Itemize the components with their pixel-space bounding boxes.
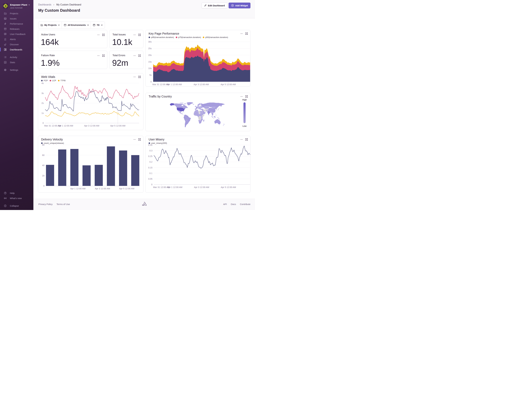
svg-text:Apr 5 12:00 AM: Apr 5 12:00 AM — [221, 83, 236, 86]
sidebar-item-releases[interactable]: Releases — [0, 26, 33, 31]
terms-of-use-link[interactable]: Terms of Use — [56, 203, 70, 205]
widget-expand-button[interactable] — [138, 54, 141, 57]
widget-expand-button[interactable] — [102, 54, 105, 57]
country-greenland[interactable] — [186, 102, 193, 105]
key_page_performance-chart[interactable]: 05s10s15s20s25s30sMar 31 12:00 AMApr 1 1… — [146, 30, 251, 87]
svg-text:80: 80 — [42, 144, 44, 146]
breadcrumb: Dashboards My Custom Dashboard — [38, 3, 81, 6]
map-legend-high: High — [242, 98, 247, 101]
svg-text:0.15: 0.15 — [148, 166, 152, 169]
sidebar-item-help[interactable]: Help — [0, 190, 33, 195]
sidebar-item-settings[interactable]: Settings — [0, 67, 33, 72]
widget-title: Total Issues — [112, 33, 126, 36]
country-alaska[interactable] — [170, 103, 174, 106]
settings-icon — [4, 69, 7, 71]
sidebar-item-whats-new[interactable]: What's new — [0, 195, 33, 201]
country-tasmania[interactable] — [219, 125, 220, 125]
sidebar-item-issues[interactable]: Issues — [0, 16, 33, 21]
add-widget-button[interactable]: Add Widget — [229, 3, 251, 8]
svg-text:0.3: 0.3 — [149, 150, 153, 152]
sidebar-item-projects[interactable]: Projects — [0, 11, 33, 16]
svg-text:0: 0 — [151, 183, 152, 186]
delivery_velocity-chart[interactable]: 020406080Apr 1 12:00 AMApr 3 12:00 AMApr… — [38, 136, 144, 193]
widget-menu-button[interactable] — [133, 34, 136, 36]
edit-dashboard-label: Edit Dashboard — [208, 4, 225, 7]
org-avatar — [3, 3, 8, 8]
sidebar-item-performance[interactable]: Performance — [0, 21, 33, 26]
svg-text:25s: 25s — [148, 47, 152, 50]
country-cuba_carib[interactable] — [183, 112, 185, 113]
edit-dashboard-button[interactable]: Edit Dashboard — [202, 3, 227, 8]
sidebar-item-collapse[interactable]: Collapse — [0, 203, 33, 208]
calendar-icon — [93, 24, 95, 26]
sidebar-item-label: Issues — [10, 17, 16, 20]
sidebar-nav-footer: Help What's new Collapse — [0, 190, 33, 208]
sidebar: Empower Plant Jane Schmidt Projects Issu… — [0, 0, 33, 210]
sidebar-item-discover[interactable]: Discover — [0, 42, 33, 47]
svg-text:Apr 3 12:00 AM: Apr 3 12:00 AM — [194, 83, 209, 86]
country-europe_uk[interactable] — [195, 106, 197, 107]
date-range-value: 7D — [97, 24, 100, 26]
sidebar-item-alerts[interactable]: Alerts — [0, 37, 33, 42]
sidebar-item-stats[interactable]: Stats — [0, 60, 33, 65]
country-australia[interactable] — [214, 119, 221, 124]
sidebar-item-label: Performance — [10, 22, 23, 25]
breadcrumb-dashboards-link[interactable]: Dashboards — [38, 3, 51, 6]
widget-web_vitals: Web Vitals FCPLCPTTFB 01s2s3s4sMar 31 12… — [38, 73, 143, 130]
environment-filter[interactable]: All Environments — [62, 22, 91, 28]
widget-active_users: Active Users 164k — [38, 30, 107, 48]
country-madagascar[interactable] — [203, 119, 204, 122]
docs-link[interactable]: Docs — [231, 203, 236, 205]
sidebar-item-dashboards[interactable]: Dashboards — [0, 47, 33, 52]
widget-expand-button[interactable] — [138, 34, 141, 36]
svg-text:Apr 3 12:00 AM: Apr 3 12:00 AM — [194, 186, 209, 188]
svg-text:0: 0 — [150, 81, 152, 83]
svg-text:Apr 5 12:00 AM: Apr 5 12:00 AM — [221, 186, 236, 188]
svg-text:0: 0 — [43, 185, 44, 187]
svg-text:1s: 1s — [41, 112, 44, 114]
api-link[interactable]: API — [223, 203, 227, 205]
dashboards-icon — [4, 48, 7, 51]
sidebar-nav-primary: Projects Issues Performance Releases Use — [0, 11, 33, 52]
issues-icon — [4, 17, 7, 20]
map-legend-low: Low — [243, 125, 247, 127]
sidebar-item-activity[interactable]: Activity — [0, 54, 33, 60]
svg-text:3s: 3s — [41, 92, 44, 94]
widget-menu-button[interactable] — [97, 54, 100, 57]
svg-text:Apr 5 12:00 AM: Apr 5 12:00 AM — [119, 187, 134, 190]
sidebar-item-label: Activity — [10, 56, 17, 59]
sidebar-item-user-feedback[interactable]: User Feedback — [0, 31, 33, 37]
country-iceland[interactable] — [193, 104, 194, 105]
country-newzealand[interactable] — [223, 124, 224, 126]
projects-icon — [41, 24, 43, 26]
country-japan[interactable] — [217, 108, 220, 111]
svg-text:10s: 10s — [148, 67, 152, 69]
window-icon — [64, 24, 66, 26]
svg-text:40: 40 — [42, 164, 44, 167]
org-switcher[interactable]: Empower Plant Jane Schmidt — [3, 3, 30, 9]
activity-icon — [4, 56, 7, 59]
project-filter[interactable]: My Projects — [38, 22, 62, 28]
widget-menu-button[interactable] — [133, 54, 136, 57]
svg-text:4s: 4s — [41, 82, 44, 84]
traffic_by_country-chart[interactable]: HighLow — [146, 93, 251, 131]
svg-text:0.2: 0.2 — [149, 161, 153, 163]
page-filter-bar: My Projects All Environments 7D — [38, 22, 105, 29]
user_misery-chart[interactable]: 00.050.10.150.20.250.30.35Mar 31 12:00 A… — [146, 136, 251, 193]
country-taiwan[interactable] — [215, 112, 215, 113]
whats-new-icon — [4, 197, 7, 200]
widget-key_page_performance: Key Page Performance p95(transaction.dur… — [145, 30, 251, 87]
web_vitals-chart[interactable]: 01s2s3s4sMar 31 12:00 AMApr 1 12:00 AMAp… — [38, 73, 144, 130]
widget-expand-button[interactable] — [102, 34, 105, 36]
contribute-link[interactable]: Contribute — [240, 203, 251, 205]
privacy-policy-link[interactable]: Privacy Policy — [38, 203, 52, 205]
country-philippines[interactable] — [215, 113, 216, 116]
sentry-logo[interactable] — [142, 202, 147, 206]
date-range-filter[interactable]: 7D — [91, 22, 105, 28]
widget-menu-button[interactable] — [97, 34, 100, 36]
country-south_america[interactable] — [184, 115, 191, 128]
svg-text:Apr 3 12:00 AM: Apr 3 12:00 AM — [95, 187, 110, 190]
country-srilanka[interactable] — [209, 115, 209, 116]
svg-text:Apr 1 12:00 AM: Apr 1 12:00 AM — [167, 83, 182, 86]
svg-text:60: 60 — [42, 154, 44, 156]
